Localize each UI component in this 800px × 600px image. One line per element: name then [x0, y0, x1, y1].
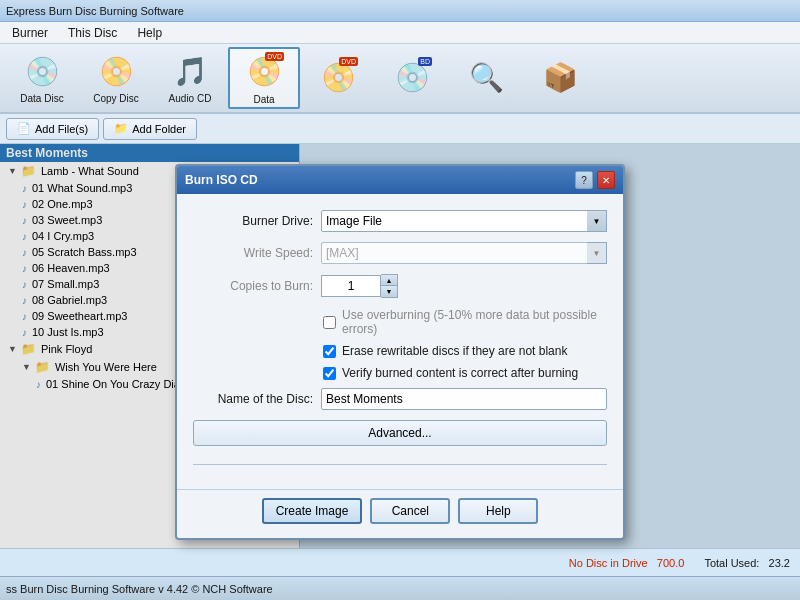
bd-badge: BD — [418, 57, 432, 66]
toolbar-btn-search[interactable]: 🔍 — [450, 47, 522, 109]
menu-bar: Burner This Disc Help — [0, 22, 800, 44]
copies-label: Copies to Burn: — [193, 279, 313, 293]
dialog-separator — [193, 464, 607, 465]
overburn-row: Use overburning (5-10% more data but pos… — [193, 308, 607, 336]
copies-decrement-button[interactable]: ▼ — [381, 286, 397, 297]
toolbar-btn-extras[interactable]: 📦 — [524, 47, 596, 109]
data-disc-label: Data Disc — [20, 93, 63, 104]
title-bar: Express Burn Disc Burning Software — [0, 0, 800, 22]
add-folder-icon: 📁 — [114, 122, 128, 135]
erase-checkbox[interactable] — [323, 345, 336, 358]
copy-disc-icon: 📀 — [96, 52, 136, 91]
toolbar-btn-data-disc[interactable]: 💿 Data Disc — [6, 47, 78, 109]
overburn-checkbox[interactable] — [323, 316, 336, 329]
search-disc-icon: 🔍 — [466, 57, 506, 97]
copies-spinner-buttons: ▲ ▼ — [381, 274, 398, 298]
help-button[interactable]: Help — [458, 498, 538, 524]
write-speed-label: Write Speed: — [193, 246, 313, 260]
copies-row: Copies to Burn: ▲ ▼ — [193, 274, 607, 298]
blu-ray-icon-wrapper: 💿 BD — [392, 57, 432, 97]
copies-spinner: ▲ ▼ — [321, 274, 398, 298]
data-disc-icon: 💿 — [22, 52, 62, 91]
add-files-icon: 📄 — [17, 122, 31, 135]
toolbar-btn-audio-cd[interactable]: 🎵 Audio CD — [154, 47, 226, 109]
dialog-title-bar: Burn ISO CD ? ✕ — [177, 166, 623, 194]
data-dvd-label: Data — [253, 94, 274, 105]
disc-name-label: Name of the Disc: — [193, 392, 313, 406]
write-speed-row: Write Speed: [MAX] ▼ — [193, 242, 607, 264]
add-files-button[interactable]: 📄 Add File(s) — [6, 118, 99, 140]
toolbar-btn-dvd-video[interactable]: 📀 DVD — [302, 47, 374, 109]
footer-text: ss Burn Disc Burning Software v 4.42 © N… — [6, 583, 273, 595]
extras-icon: 📦 — [540, 57, 580, 97]
app-footer: ss Burn Disc Burning Software v 4.42 © N… — [0, 576, 800, 600]
create-image-button[interactable]: Create Image — [262, 498, 363, 524]
menu-this-disc[interactable]: This Disc — [60, 24, 125, 42]
toolbar-btn-data-dvd[interactable]: 📀 DVD Data — [228, 47, 300, 109]
main-area: Best Moments ▼📁Lamb - What Sound♪01 What… — [0, 144, 800, 548]
write-speed-dropdown-arrow: ▼ — [587, 242, 607, 264]
advanced-button[interactable]: Advanced... — [193, 420, 607, 446]
burn-iso-dialog: Burn ISO CD ? ✕ Burner Drive: Image File… — [175, 164, 625, 540]
burner-drive-row: Burner Drive: Image File ▼ — [193, 210, 607, 232]
burner-drive-label: Burner Drive: — [193, 214, 313, 228]
copy-disc-label: Copy Disc — [93, 93, 139, 104]
menu-burner[interactable]: Burner — [4, 24, 56, 42]
menu-help[interactable]: Help — [129, 24, 170, 42]
copies-input[interactable] — [321, 275, 381, 297]
status-bar: No Disc in Drive 700.0 Total Used: 23.2 — [0, 548, 800, 576]
write-speed-select-wrapper: [MAX] ▼ — [321, 242, 607, 264]
dvd-video-badge: DVD — [339, 57, 358, 66]
no-disc-status: No Disc in Drive 700.0 — [569, 557, 685, 569]
disc-name-input[interactable] — [321, 388, 607, 410]
write-speed-select[interactable]: [MAX] — [321, 242, 607, 264]
dvd-badge: DVD — [265, 52, 284, 61]
verify-label: Verify burned content is correct after b… — [342, 366, 578, 380]
add-folder-button[interactable]: 📁 Add Folder — [103, 118, 197, 140]
add-files-label: Add File(s) — [35, 123, 88, 135]
dialog-title: Burn ISO CD — [185, 173, 258, 187]
burner-drive-dropdown-arrow[interactable]: ▼ — [587, 210, 607, 232]
erase-row: Erase rewritable discs if they are not b… — [193, 344, 607, 358]
dvd-video-icon-wrapper: 📀 DVD — [318, 57, 358, 97]
burner-drive-select-wrapper: Image File ▼ — [321, 210, 607, 232]
dialog-help-button[interactable]: ? — [575, 171, 593, 189]
copies-increment-button[interactable]: ▲ — [381, 275, 397, 286]
toolbar-btn-copy-disc[interactable]: 📀 Copy Disc — [80, 47, 152, 109]
erase-label: Erase rewritable discs if they are not b… — [342, 344, 567, 358]
disc-name-row: Name of the Disc: — [193, 388, 607, 410]
overburn-label: Use overburning (5-10% more data but pos… — [342, 308, 607, 336]
main-toolbar: 💿 Data Disc 📀 Copy Disc 🎵 Audio CD 📀 DVD… — [0, 44, 800, 114]
dialog-close-button[interactable]: ✕ — [597, 171, 615, 189]
total-used-status: Total Used: 23.2 — [704, 557, 790, 569]
audio-cd-label: Audio CD — [169, 93, 212, 104]
app-title: Express Burn Disc Burning Software — [6, 5, 184, 17]
burner-drive-select[interactable]: Image File — [321, 210, 607, 232]
data-dvd-icon-wrapper: 📀 DVD — [244, 52, 284, 92]
verify-row: Verify burned content is correct after b… — [193, 366, 607, 380]
verify-checkbox[interactable] — [323, 367, 336, 380]
modal-overlay: Burn ISO CD ? ✕ Burner Drive: Image File… — [0, 144, 800, 548]
toolbar-btn-blu-ray[interactable]: 💿 BD — [376, 47, 448, 109]
dialog-footer: Create Image Cancel Help — [177, 489, 623, 538]
dialog-controls: ? ✕ — [575, 171, 615, 189]
cancel-button[interactable]: Cancel — [370, 498, 450, 524]
add-folder-label: Add Folder — [132, 123, 186, 135]
dialog-body: Burner Drive: Image File ▼ Write Speed: … — [177, 194, 623, 489]
audio-cd-icon: 🎵 — [170, 52, 210, 91]
file-toolbar: 📄 Add File(s) 📁 Add Folder — [0, 114, 800, 144]
